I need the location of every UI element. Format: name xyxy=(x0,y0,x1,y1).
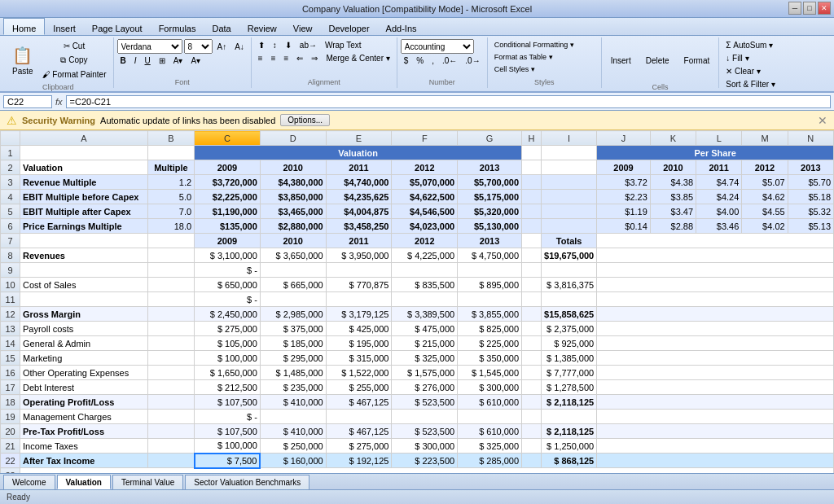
tab-page-layout[interactable]: Page Layout xyxy=(84,19,151,35)
row-num-21[interactable]: 21 xyxy=(1,439,20,454)
close-warning-button[interactable]: ✕ xyxy=(818,114,827,127)
row-num-19[interactable]: 19 xyxy=(1,410,20,424)
cell-d18[interactable]: $ 410,000 xyxy=(260,395,326,410)
comma-button[interactable]: , xyxy=(428,55,437,67)
cell-g16[interactable]: $ 1,545,000 xyxy=(458,366,522,380)
cell-h16[interactable] xyxy=(522,366,542,380)
cell-h6[interactable] xyxy=(522,219,542,234)
row-num-12[interactable]: 12 xyxy=(1,307,20,322)
cell-m5[interactable]: $4.55 xyxy=(742,204,788,219)
cell-k2[interactable]: 2010 xyxy=(650,160,696,175)
cell-a17[interactable]: Debt Interest xyxy=(20,380,148,395)
cell-i6[interactable] xyxy=(542,219,597,234)
cell-d8[interactable]: $ 3,650,000 xyxy=(260,248,326,263)
cell-d2[interactable]: 2010 xyxy=(260,160,326,175)
cell-b1[interactable] xyxy=(147,146,194,160)
cell-c7[interactable]: 2009 xyxy=(195,234,261,248)
cell-c6[interactable]: $135,000 xyxy=(195,219,261,234)
cell-b21[interactable] xyxy=(147,439,194,454)
align-center-button[interactable]: ≡ xyxy=(268,52,279,64)
cell-d17[interactable]: $ 235,000 xyxy=(260,380,326,395)
row-num-16[interactable]: 16 xyxy=(1,366,20,380)
decrease-font-button[interactable]: A↓ xyxy=(231,41,248,53)
cell-f20[interactable]: $ 523,500 xyxy=(392,424,458,439)
formula-input[interactable] xyxy=(66,95,831,108)
cell-e7[interactable]: 2011 xyxy=(326,234,392,248)
row-num-8[interactable]: 8 xyxy=(1,248,20,263)
cell-c4[interactable]: $2,225,000 xyxy=(195,190,261,204)
cell-f8[interactable]: $ 4,225,000 xyxy=(392,248,458,263)
cell-d22[interactable]: $ 160,000 xyxy=(260,454,326,468)
cell-a19[interactable]: Management Charges xyxy=(20,410,148,424)
cell-e16[interactable]: $ 1,522,000 xyxy=(326,366,392,380)
cell-m4[interactable]: $4.62 xyxy=(742,190,788,204)
cell-c8[interactable]: $ 3,100,000 xyxy=(195,248,261,263)
cell-g20[interactable]: $ 610,000 xyxy=(458,424,522,439)
col-header-j[interactable]: J xyxy=(597,131,651,146)
cell-g13[interactable]: $ 825,000 xyxy=(458,322,522,336)
cell-d14[interactable]: $ 185,000 xyxy=(260,336,326,351)
cell-e3[interactable]: $4,740,000 xyxy=(326,175,392,190)
row-num-1[interactable]: 1 xyxy=(1,146,20,160)
cell-b7[interactable] xyxy=(147,234,194,248)
row-num-5[interactable]: 5 xyxy=(1,204,20,219)
cell-c18[interactable]: $ 107,500 xyxy=(195,395,261,410)
cell-d19[interactable] xyxy=(260,410,326,424)
col-header-f[interactable]: F xyxy=(392,131,458,146)
col-header-a[interactable]: A xyxy=(20,131,148,146)
cell-b19[interactable] xyxy=(147,410,194,424)
cell-m6[interactable]: $4.02 xyxy=(742,219,788,234)
cell-i20[interactable]: $ 2,118,125 xyxy=(542,424,597,439)
cell-l4[interactable]: $4.24 xyxy=(696,190,742,204)
cell-i17[interactable]: $ 1,278,500 xyxy=(542,380,597,395)
underline-button[interactable]: U xyxy=(142,55,154,67)
row-num-18[interactable]: 18 xyxy=(1,395,20,410)
cell-a10[interactable]: Cost of Sales xyxy=(20,278,148,292)
cell-j20[interactable] xyxy=(597,424,834,439)
cell-e18[interactable]: $ 467,125 xyxy=(326,395,392,410)
cell-f4[interactable]: $4,622,500 xyxy=(392,190,458,204)
cell-f13[interactable]: $ 475,000 xyxy=(392,322,458,336)
cell-e21[interactable]: $ 275,000 xyxy=(326,439,392,454)
cell-c9[interactable]: $ - xyxy=(195,263,261,278)
cell-m3[interactable]: $5.07 xyxy=(742,175,788,190)
cell-a9[interactable] xyxy=(20,263,148,278)
cell-j3[interactable]: $3.72 xyxy=(597,175,651,190)
cell-i1[interactable] xyxy=(542,146,597,160)
cell-h10[interactable] xyxy=(522,278,542,292)
cell-d4[interactable]: $3,850,000 xyxy=(260,190,326,204)
cell-f21[interactable]: $ 300,000 xyxy=(392,439,458,454)
cell-n3[interactable]: $5.70 xyxy=(788,175,833,190)
cell-g14[interactable]: $ 225,000 xyxy=(458,336,522,351)
cell-l3[interactable]: $4.74 xyxy=(696,175,742,190)
cell-n2[interactable]: 2013 xyxy=(788,160,833,175)
tab-formulas[interactable]: Formulas xyxy=(151,19,204,35)
cell-j7[interactable] xyxy=(597,234,834,248)
tab-addins[interactable]: Add-Ins xyxy=(378,19,425,35)
cell-j15[interactable] xyxy=(597,351,834,366)
cell-h7[interactable] xyxy=(522,234,542,248)
col-header-l[interactable]: L xyxy=(696,131,742,146)
cell-g18[interactable]: $ 610,000 xyxy=(458,395,522,410)
cell-a2[interactable]: Valuation xyxy=(20,160,148,175)
row-num-14[interactable]: 14 xyxy=(1,336,20,351)
row-num-4[interactable]: 4 xyxy=(1,190,20,204)
cell-c20[interactable]: $ 107,500 xyxy=(195,424,261,439)
cell-f5[interactable]: $4,546,500 xyxy=(392,204,458,219)
cell-b15[interactable] xyxy=(147,351,194,366)
align-top-button[interactable]: ⬆ xyxy=(255,39,268,51)
cell-c5[interactable]: $1,190,000 xyxy=(195,204,261,219)
maximize-button[interactable]: □ xyxy=(803,2,816,15)
align-left-button[interactable]: ≡ xyxy=(255,52,266,64)
cell-i16[interactable]: $ 7,777,000 xyxy=(542,366,597,380)
cell-f16[interactable]: $ 1,575,000 xyxy=(392,366,458,380)
cell-e14[interactable]: $ 195,000 xyxy=(326,336,392,351)
minimize-button[interactable]: ─ xyxy=(788,2,801,15)
cell-b11[interactable] xyxy=(147,292,194,307)
cell-a15[interactable]: Marketing xyxy=(20,351,148,366)
cell-b2[interactable]: Multiple xyxy=(147,160,194,175)
text-direction-button[interactable]: ab→ xyxy=(296,39,320,51)
border-button[interactable]: ⊞ xyxy=(156,55,169,67)
align-bottom-button[interactable]: ⬇ xyxy=(282,39,295,51)
tab-insert[interactable]: Insert xyxy=(45,19,84,35)
